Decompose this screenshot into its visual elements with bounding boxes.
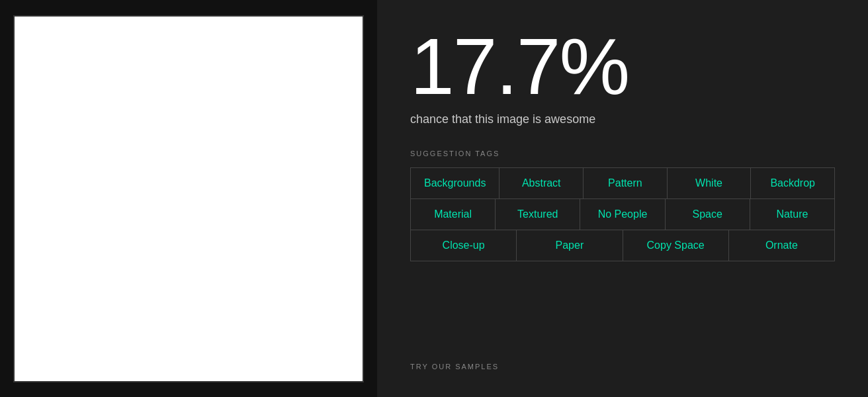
tags-container: Backgrounds Abstract Pattern White Backd… — [410, 167, 835, 261]
tag-no-people[interactable]: No People — [580, 199, 665, 230]
image-preview[interactable] — [13, 15, 364, 382]
tag-copy-space[interactable]: Copy Space — [623, 230, 729, 261]
tags-row-3: Close-up Paper Copy Space Ornate — [411, 230, 834, 261]
tag-space[interactable]: Space — [666, 199, 750, 230]
suggestion-label: SUGGESTION TAGS — [410, 150, 835, 157]
tag-paper[interactable]: Paper — [517, 230, 623, 261]
right-panel: 17.7% chance that this image is awesome … — [377, 0, 868, 397]
tag-material[interactable]: Material — [411, 199, 496, 230]
percentage-display: 17.7% — [410, 26, 835, 106]
try-samples-label: TRY OUR SAMPLES — [410, 349, 835, 371]
tag-pattern[interactable]: Pattern — [584, 168, 668, 198]
tag-backgrounds[interactable]: Backgrounds — [411, 168, 499, 198]
tag-close-up[interactable]: Close-up — [411, 230, 517, 261]
tag-white[interactable]: White — [668, 168, 752, 198]
tag-ornate[interactable]: Ornate — [729, 230, 834, 261]
tags-row-2: Material Textured No People Space Nature — [411, 199, 834, 230]
subtitle-text: chance that this image is awesome — [410, 112, 835, 126]
tags-row-1: Backgrounds Abstract Pattern White Backd… — [411, 168, 834, 199]
tag-abstract[interactable]: Abstract — [499, 168, 584, 198]
left-panel — [0, 0, 377, 397]
tag-textured[interactable]: Textured — [496, 199, 580, 230]
tag-backdrop[interactable]: Backdrop — [751, 168, 834, 198]
tag-nature[interactable]: Nature — [750, 199, 834, 230]
